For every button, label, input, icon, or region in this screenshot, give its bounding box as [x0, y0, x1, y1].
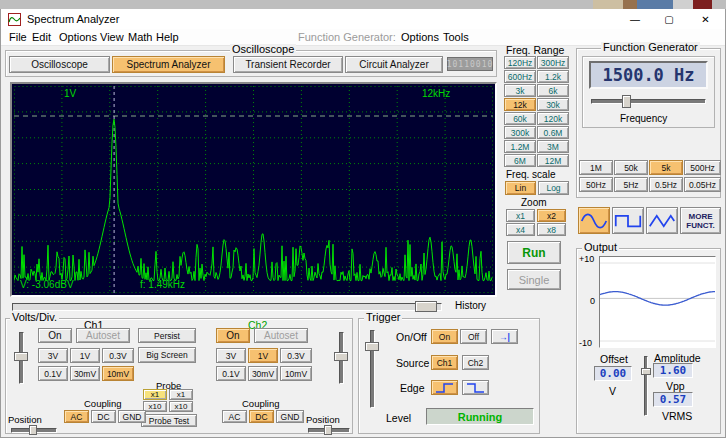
ch1-coupling-gnd-button[interactable]: GND	[118, 410, 146, 423]
waveform-square-button[interactable]	[612, 207, 644, 234]
trigger-level-slider-thumb[interactable]	[365, 342, 379, 351]
ch1-on-button[interactable]: On	[38, 328, 72, 343]
freq-range-3k[interactable]: 3k	[504, 84, 536, 97]
falling-edge-icon	[466, 382, 486, 394]
freq-range-600hz[interactable]: 600Hz	[504, 70, 536, 83]
freq-range-6m[interactable]: 6M	[504, 154, 536, 167]
freq-range-3m[interactable]: 3M	[537, 140, 569, 153]
ch1-volts-slider-thumb[interactable]	[14, 352, 28, 361]
fgen-range-1m[interactable]: 1M	[579, 160, 613, 175]
probe-test-button[interactable]: Probe Test	[141, 414, 197, 427]
ch2-30mv-button[interactable]: 30mV	[248, 366, 278, 381]
ch2-probe-x10-button[interactable]: x10	[169, 401, 193, 412]
ch1-0-3v-button[interactable]: 0.3V	[102, 348, 134, 363]
ch1-autoset-button[interactable]: Autoset	[76, 328, 130, 343]
zoom-x1-button[interactable]: x1	[506, 209, 535, 222]
freq-scale-lin-button[interactable]: Lin	[505, 181, 536, 195]
ch2-3v-button[interactable]: 3V	[216, 348, 246, 363]
spectrum-plot[interactable]: 1V 12kHz V: -3.06dBV f: 1.49kHz	[14, 86, 493, 293]
menu-edit[interactable]: Edit	[32, 31, 51, 43]
freq-range-120k[interactable]: 120k	[537, 112, 569, 125]
trigger-edge-falling-button[interactable]	[462, 380, 489, 395]
trigger-edge-rising-button[interactable]	[431, 380, 458, 395]
freq-range-12m[interactable]: 12M	[537, 154, 569, 167]
ch1-1v-button[interactable]: 1V	[70, 348, 100, 363]
menu-options[interactable]: Options	[59, 31, 97, 43]
ch1-coupling-dc-button[interactable]: DC	[91, 410, 116, 423]
zoom-x4-button[interactable]: x4	[506, 223, 535, 236]
ch2-position-slider-thumb[interactable]	[324, 425, 332, 435]
ch2-10mv-button[interactable]: 10mV	[280, 366, 312, 381]
freq-range-120hz[interactable]: 120Hz	[504, 56, 536, 69]
ch2-coupling-gnd-button[interactable]: GND	[276, 410, 304, 423]
ch2-0-1v-button[interactable]: 0.1V	[216, 366, 246, 381]
freq-range-6k[interactable]: 6k	[537, 84, 569, 97]
ch1-probe-x1-button[interactable]: x1	[143, 389, 167, 400]
frequency-slider-thumb[interactable]	[622, 95, 631, 108]
tab-circuit-analyzer[interactable]: Circuit Analyzer	[345, 56, 443, 73]
freq-range-1-2k[interactable]: 1.2k	[537, 70, 569, 83]
freq-range-300hz[interactable]: 300Hz	[537, 56, 569, 69]
freq-range-1-2m[interactable]: 1.2M	[504, 140, 536, 153]
history-scrollbar-thumb[interactable]	[415, 301, 437, 312]
maximize-button[interactable]: ▢	[652, 9, 686, 29]
ch2-1v-button[interactable]: 1V	[248, 348, 278, 363]
trigger-single-arrow-button[interactable]: →|	[491, 329, 518, 344]
ch2-coupling-ac-button[interactable]: AC	[222, 410, 247, 423]
ch1-coupling-ac-button[interactable]: AC	[64, 410, 89, 423]
trigger-source-ch1-button[interactable]: Ch1	[431, 355, 458, 370]
menu-help[interactable]: Help	[156, 31, 179, 43]
fgen-range-0-5hz[interactable]: 0.5Hz	[649, 177, 683, 192]
menu-fg-options[interactable]: Options	[401, 31, 439, 43]
trigger-on-button[interactable]: On	[431, 329, 458, 344]
fgen-range-0-05hz[interactable]: 0.05Hz	[684, 177, 721, 192]
fgen-range-5k[interactable]: 5k	[649, 160, 683, 175]
ch1-3v-button[interactable]: 3V	[38, 348, 68, 363]
zoom-x2-button[interactable]: x2	[537, 209, 566, 222]
trigger-off-button[interactable]: Off	[460, 329, 487, 344]
freq-range-300k[interactable]: 300k	[504, 126, 536, 139]
ch1-10mv-button[interactable]: 10mV	[102, 366, 134, 381]
ch2-on-button[interactable]: On	[216, 328, 250, 343]
ch2-0-3v-button[interactable]: 0.3V	[280, 348, 312, 363]
freq-scale-log-button[interactable]: Log	[538, 181, 569, 195]
freq-range-0-6m[interactable]: 0.6M	[537, 126, 569, 139]
menu-view[interactable]: View	[100, 31, 124, 43]
fgen-range-50k[interactable]: 50k	[614, 160, 648, 175]
freq-range-60k[interactable]: 60k	[504, 112, 536, 125]
close-button[interactable]: ✕	[686, 9, 725, 29]
tab-spectrum-analyzer[interactable]: Spectrum Analyzer	[112, 56, 225, 73]
history-scrollbar[interactable]	[12, 303, 442, 311]
amplitude-slider[interactable]	[644, 356, 648, 416]
trigger-source-ch2-button[interactable]: Ch2	[462, 355, 489, 370]
ch2-coupling-dc-button[interactable]: DC	[249, 410, 274, 423]
menu-fg-tools[interactable]: Tools	[443, 31, 469, 43]
ch2-autoset-button[interactable]: Autoset	[254, 328, 308, 343]
minimize-button[interactable]: —	[618, 9, 652, 29]
zoom-x8-button[interactable]: x8	[537, 223, 566, 236]
fgen-range-500hz[interactable]: 500Hz	[684, 160, 721, 175]
run-button[interactable]: Run	[507, 241, 561, 264]
ch2-volts-slider-thumb[interactable]	[334, 352, 348, 361]
menu-file[interactable]: File	[9, 31, 27, 43]
persist-button[interactable]: Persist	[138, 328, 196, 343]
freq-range-12k[interactable]: 12k	[504, 98, 536, 111]
big-screen-button[interactable]: Big Screen	[138, 347, 196, 363]
ch1-probe-x10-button[interactable]: x10	[143, 401, 167, 412]
more-functions-button[interactable]: MORE FUNCT.	[680, 207, 721, 234]
ch2-probe-x1-button[interactable]: x1	[169, 389, 193, 400]
menu-math[interactable]: Math	[128, 31, 152, 43]
ch1-30mv-button[interactable]: 30mV	[70, 366, 100, 381]
tab-transient-recorder[interactable]: Transient Recorder	[233, 56, 343, 73]
frequency-slider[interactable]	[591, 99, 706, 104]
amplitude-slider-thumb[interactable]	[641, 368, 651, 375]
single-button[interactable]: Single	[507, 269, 561, 290]
waveform-sine-button[interactable]	[578, 207, 610, 234]
ch1-position-slider-thumb[interactable]	[29, 425, 37, 435]
fgen-range-5hz[interactable]: 5Hz	[614, 177, 648, 192]
tab-oscilloscope[interactable]: Oscilloscope	[9, 56, 110, 73]
fgen-range-50hz[interactable]: 50Hz	[579, 177, 613, 192]
waveform-triangle-button[interactable]	[646, 207, 678, 234]
freq-range-30k[interactable]: 30k	[537, 98, 569, 111]
ch1-0-1v-button[interactable]: 0.1V	[38, 366, 68, 381]
